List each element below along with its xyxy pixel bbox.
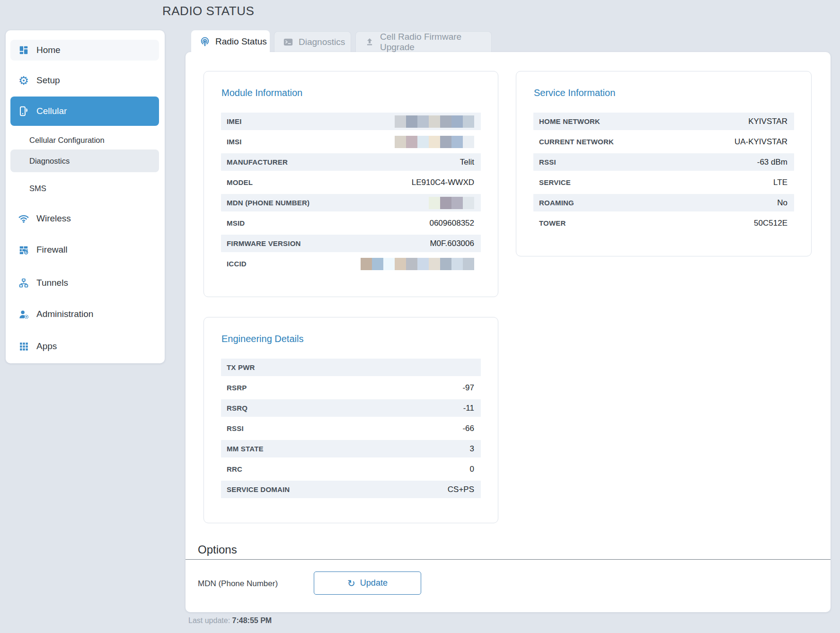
sidebar-item-cellular[interactable]: Cellular xyxy=(10,97,159,126)
sidebar-item-label: Diagnostics xyxy=(29,157,70,166)
service-information-card: Service Information HOME NETWORK KYIVSTA… xyxy=(516,71,812,256)
row-value: Telit xyxy=(460,158,474,167)
tab-label: Diagnostics xyxy=(299,37,345,47)
masked-value xyxy=(429,197,474,209)
row-label: CURRENT NETWORK xyxy=(539,138,614,146)
row-label: ICCID xyxy=(227,260,247,268)
table-row: MODEL LE910C4-WWXD xyxy=(221,174,481,191)
tab-label: Radio Status xyxy=(215,36,267,47)
table-row: HOME NETWORK KYIVSTAR xyxy=(533,113,794,130)
refresh-icon: ↻ xyxy=(347,579,355,588)
sidebar-item-diagnostics[interactable]: Diagnostics xyxy=(10,149,159,172)
gear-icon: ⚙ xyxy=(18,75,29,86)
row-label: SERVICE DOMAIN xyxy=(227,485,290,493)
table-row: IMEI xyxy=(221,113,481,130)
tab-cell-radio-firmware-upgrade[interactable]: Cell Radio Firmware Upgrade xyxy=(355,31,492,53)
sidebar-item-cellular-configuration[interactable]: Cellular Configuration xyxy=(10,132,159,149)
table-row: SERVICE DOMAIN CS+PS xyxy=(221,481,481,498)
update-button-label: Update xyxy=(360,578,388,588)
row-label: RSSI xyxy=(227,424,244,432)
card-title: Module Information xyxy=(221,88,498,98)
masked-value xyxy=(395,115,474,128)
upload-icon xyxy=(364,37,375,47)
table-row: CURRENT NETWORK UA-KYIVSTAR xyxy=(533,133,794,150)
table-row: MANUFACTURER Telit xyxy=(221,153,481,171)
service-information-table: HOME NETWORK KYIVSTAR CURRENT NETWORK UA… xyxy=(533,113,794,232)
apps-grid-icon xyxy=(18,341,29,352)
tab-diagnostics[interactable]: Diagnostics xyxy=(274,31,351,53)
row-value: KYIVSTAR xyxy=(748,117,787,126)
engineering-details-card: Engineering Details TX PWR RSRP -97 RSRQ… xyxy=(203,317,498,523)
sidebar-item-tunnels[interactable]: Tunnels xyxy=(10,273,159,293)
sidebar-item-label: Cellular Configuration xyxy=(29,136,105,145)
table-row: RSRQ -11 xyxy=(221,399,481,417)
table-row: MDN (PHONE NUMBER) xyxy=(221,194,481,211)
wifi-icon xyxy=(18,213,29,224)
row-value: -66 xyxy=(462,424,474,433)
last-update-time: 7:48:55 PM xyxy=(232,616,272,624)
table-row: RRC 0 xyxy=(221,460,481,478)
row-label: ROAMING xyxy=(539,199,574,207)
row-value: CS+PS xyxy=(448,485,474,494)
table-row: FIRMWARE VERSION M0F.603006 xyxy=(221,235,481,252)
sidebar-item-firewall[interactable]: Firewall xyxy=(10,239,159,260)
masked-value xyxy=(361,258,474,270)
sidebar-item-label: Firewall xyxy=(36,245,67,255)
row-label: MODEL xyxy=(227,178,253,186)
sidebar-item-setup[interactable]: ⚙ Setup xyxy=(10,70,159,91)
sidebar-item-label: Cellular xyxy=(36,106,67,116)
row-value: 0 xyxy=(470,465,474,474)
sidebar-item-label: Administration xyxy=(36,309,93,319)
module-information-card: Module Information IMEI IMSI MANUFACTURE… xyxy=(203,71,498,297)
row-value: M0F.603006 xyxy=(430,239,474,248)
table-row: TX PWR xyxy=(221,359,481,376)
mdn-phone-number-label: MDN (Phone Number) xyxy=(198,579,278,589)
row-label: RSRP xyxy=(227,384,247,392)
sidebar-item-administration[interactable]: Administration xyxy=(10,304,159,325)
row-label: MDN (PHONE NUMBER) xyxy=(227,199,309,207)
table-row: SERVICE LTE xyxy=(533,174,794,191)
radio-status-page: RADIO STATUS Home ⚙ Setup xyxy=(0,0,840,633)
firewall-icon xyxy=(18,244,29,255)
sitemap-icon xyxy=(18,277,29,289)
card-title: Service Information xyxy=(534,88,811,98)
row-value: -63 dBm xyxy=(757,158,787,167)
radio-status-panel: Module Information IMEI IMSI MANUFACTURE… xyxy=(186,52,831,612)
row-value: LTE xyxy=(773,178,787,187)
row-value: 50C512E xyxy=(754,219,787,228)
user-gear-icon xyxy=(18,308,29,320)
row-label: SERVICE xyxy=(539,178,571,186)
table-row: RSRP -97 xyxy=(221,379,481,396)
module-information-table: IMEI IMSI MANUFACTURER Telit MODEL LE910… xyxy=(221,113,481,273)
table-row: RSSI -66 xyxy=(221,420,481,437)
sidebar-item-sms[interactable]: SMS xyxy=(10,180,159,197)
page-title: RADIO STATUS xyxy=(162,4,254,18)
row-value: 0609608352 xyxy=(429,219,474,228)
sidebar-item-apps[interactable]: Apps xyxy=(10,336,159,357)
sidebar: Home ⚙ Setup Cellular Cellular Configura… xyxy=(6,30,165,363)
row-value: -97 xyxy=(462,383,474,393)
row-value: LE910C4-WWXD xyxy=(412,178,474,187)
sidebar-item-home[interactable]: Home xyxy=(10,40,159,61)
row-value: No xyxy=(777,198,787,208)
table-row: ROAMING No xyxy=(533,194,794,211)
row-label: MSID xyxy=(227,219,245,227)
row-value: 3 xyxy=(470,444,474,454)
row-label: RSSI xyxy=(539,158,556,166)
tab-radio-status[interactable]: Radio Status xyxy=(191,30,270,53)
table-row: MSID 0609608352 xyxy=(221,214,481,232)
engineering-details-table: TX PWR RSRP -97 RSRQ -11 RSSI -66 MM STA… xyxy=(221,359,481,498)
sidebar-item-label: SMS xyxy=(29,184,46,193)
last-update-status: Last update: 7:48:55 PM xyxy=(188,616,272,625)
card-title: Engineering Details xyxy=(221,334,498,344)
sidebar-item-label: Tunnels xyxy=(36,278,68,288)
row-label: FIRMWARE VERSION xyxy=(227,239,301,247)
table-row: ICCID xyxy=(221,255,481,273)
table-row: IMSI xyxy=(221,133,481,150)
last-update-label: Last update: xyxy=(188,616,230,624)
row-label: HOME NETWORK xyxy=(539,117,600,125)
update-button[interactable]: ↻ Update xyxy=(314,571,421,595)
sidebar-item-wireless[interactable]: Wireless xyxy=(10,208,159,229)
row-label: MANUFACTURER xyxy=(227,158,288,166)
table-row: MM STATE 3 xyxy=(221,440,481,457)
